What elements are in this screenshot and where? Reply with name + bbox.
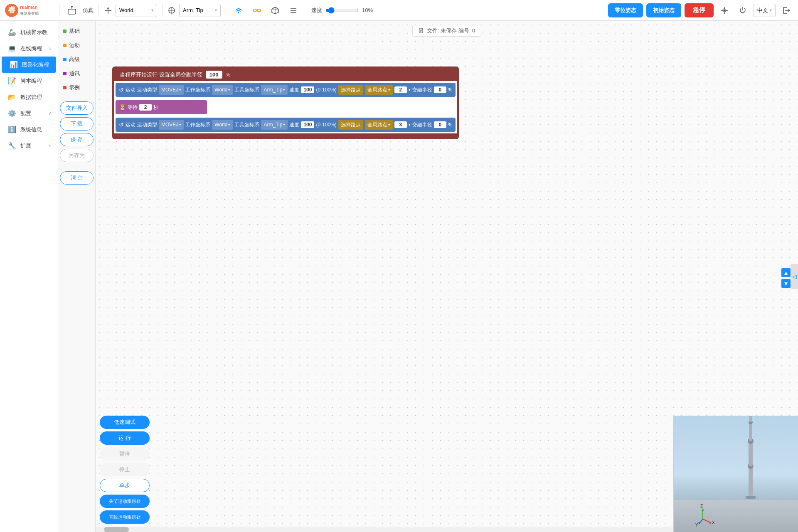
block-row-move1: ↺ 运动 运动类型 MOVEJ ▾ 工作坐标系 World ▾ 工具坐标系 <box>116 83 456 97</box>
zero-pose-btn[interactable]: 零位姿态 <box>608 3 643 17</box>
svg-point-6 <box>71 6 73 7</box>
scroll-down-btn[interactable]: ▼ <box>781 279 791 288</box>
save-as-btn[interactable]: 另存为 <box>60 149 94 162</box>
power-icon[interactable] <box>735 3 750 18</box>
online-prog-arrow: ∧ <box>48 46 51 51</box>
scroll-up-btn[interactable]: ▲ <box>781 268 791 277</box>
move2-blend-val[interactable]: 0 <box>434 121 446 128</box>
h-scrollbar[interactable] <box>96 527 673 532</box>
move2-pts-num[interactable]: 3 <box>394 121 407 128</box>
move2-type-val: MOVEJ <box>161 122 178 128</box>
move1-speed-range: (0-100%) <box>316 87 336 93</box>
move1-type-dropdown[interactable]: MOVEJ ▾ <box>159 85 184 95</box>
sidebar-item-config[interactable]: ⚙️ 配置 ∨ <box>0 105 58 121</box>
move2-tool-val: Arm_Tip <box>264 122 282 128</box>
sep2 <box>99 4 99 17</box>
sim-view-btn[interactable] <box>64 3 79 18</box>
save-btn[interactable]: 保 存 <box>60 133 94 146</box>
move2-pts-type-dropdown[interactable]: 全局路点 ▾ <box>365 120 393 130</box>
move1-speed-label: 速度 <box>289 86 299 94</box>
move1-pts-dropdown[interactable]: 选择路点 <box>338 85 363 95</box>
cat-example-dot <box>63 86 66 89</box>
graphical-prog-icon: 📊 <box>10 61 18 69</box>
cat-comm[interactable]: 通讯 <box>58 66 95 81</box>
move1-blend-label: 交融半径 <box>412 86 432 94</box>
tool-dropdown[interactable]: Arm_Tip ▾ <box>179 4 221 17</box>
speed-slider[interactable] <box>325 7 359 14</box>
move1-tool-dropdown[interactable]: Arm_Tip ▾ <box>261 85 288 95</box>
sidebar-item-online-prog[interactable]: 💻 在线编程 ∧ <box>0 40 58 57</box>
move2-coord-arr: ▾ <box>228 123 230 127</box>
move2-speed-label: 速度 <box>289 121 299 128</box>
topbar-right: 零位姿态 初始姿态 急停 中文 ▾ <box>608 3 794 18</box>
h-scroll-thumb[interactable] <box>104 527 129 532</box>
svg-text:睿尔曼智能: 睿尔曼智能 <box>20 11 39 15</box>
sidebar-item-data-mgmt[interactable]: 📂 数据管理 <box>0 89 58 105</box>
cat-motion[interactable]: 运动 <box>58 38 95 52</box>
file-import-btn[interactable]: 文件导入 <box>60 101 94 115</box>
svg-rect-37 <box>746 496 756 499</box>
lang-dropdown[interactable]: 中文 ▾ <box>754 4 776 17</box>
cat-example[interactable]: 示例 <box>58 81 95 95</box>
logout-icon[interactable] <box>779 3 794 18</box>
block-row-move2: ↺ 运动 运动类型 MOVEJ ▾ 工作坐标系 World ▾ 工具坐标系 <box>116 118 456 132</box>
clear-btn[interactable]: 清 空 <box>60 171 94 185</box>
step-btn[interactable]: 单步 <box>100 479 150 492</box>
tool-icon <box>167 6 176 15</box>
svg-text:Z: Z <box>700 504 703 508</box>
wait-value[interactable]: 2 <box>139 104 152 111</box>
cat-advanced-label: 高级 <box>69 56 80 63</box>
coord-icon <box>104 6 112 15</box>
sidebar-label-sysinfo: 系统信息 <box>20 126 42 133</box>
svg-text:Y: Y <box>695 523 698 527</box>
move2-coord-label: 工作坐标系 <box>185 121 210 128</box>
svg-marker-10 <box>110 10 111 11</box>
sidebar-item-robot-teach[interactable]: 🦾 机械臂示教 <box>0 24 58 40</box>
right-collapse-btn[interactable]: ◁ <box>791 264 798 289</box>
move1-speed-val[interactable]: 100 <box>301 86 314 93</box>
cube-icon[interactable] <box>268 3 283 18</box>
cat-advanced-dot <box>63 58 66 61</box>
cat-comm-dot <box>63 72 66 75</box>
sidebar-item-graphical-prog[interactable]: 📊 图形化编程 <box>2 57 56 73</box>
move2-pts-dropdown[interactable]: 选择路点 <box>338 120 363 130</box>
coord-dropdown[interactable]: World ▾ <box>116 4 157 17</box>
chain-icon[interactable] <box>249 3 264 18</box>
sidebar-label-script: 脚本编程 <box>20 77 42 85</box>
move2-coord-dropdown[interactable]: World ▾ <box>212 120 233 130</box>
io-icon[interactable] <box>286 3 301 18</box>
move2-tool-label: 工具坐标系 <box>234 121 259 128</box>
sidebar-label-online: 在线编程 <box>20 45 42 52</box>
sidebar-item-extend[interactable]: 🔧 扩展 ∨ <box>0 138 58 154</box>
cat-basic[interactable]: 基础 <box>58 24 95 38</box>
estop-btn[interactable]: 急停 <box>685 3 714 17</box>
move1-pts-type-dropdown[interactable]: 全局路点 ▾ <box>365 85 393 95</box>
stop-btn[interactable]: 停止 <box>100 463 150 476</box>
move2-speed-val[interactable]: 100 <box>301 121 314 128</box>
block-header-label1: 当程序开始运行 设置全局交融半径 <box>120 71 202 79</box>
joint-motion-btn[interactable]: 关节运动跟踪处 <box>100 495 150 508</box>
cat-example-label: 示例 <box>69 84 80 91</box>
move2-label: 运动 <box>126 121 135 128</box>
sidebar-item-sysinfo[interactable]: ℹ️ 系统信息 <box>0 121 58 138</box>
move2-type-dropdown[interactable]: MOVEJ ▾ <box>159 120 184 130</box>
move1-pts-num[interactable]: 2 <box>394 86 407 93</box>
sysinfo-icon: ℹ️ <box>8 126 16 133</box>
download-btn[interactable]: 下 载 <box>60 117 94 131</box>
crosshair-icon[interactable] <box>717 3 732 18</box>
init-pose-btn[interactable]: 初始姿态 <box>646 3 681 17</box>
cat-advanced[interactable]: 高级 <box>58 52 95 66</box>
wait-label: 等待 <box>128 104 138 111</box>
config-arrow: ∨ <box>48 111 51 116</box>
move2-tool-dropdown[interactable]: Arm_Tip ▾ <box>261 120 288 130</box>
svg-rect-38 <box>749 466 753 496</box>
move1-blend-val[interactable]: 0 <box>434 86 446 93</box>
run-btn[interactable]: 运 行 <box>100 431 150 445</box>
low-speed-btn[interactable]: 低速调试 <box>100 416 150 429</box>
pause-btn[interactable]: 暂停 <box>100 447 150 461</box>
block-header-value[interactable]: 100 <box>206 71 222 79</box>
connect-icon[interactable] <box>231 3 246 18</box>
line-motion-btn[interactable]: 直线运动跟踪处 <box>100 510 150 524</box>
sidebar-item-script-prog[interactable]: 📝 脚本编程 <box>0 73 58 89</box>
move1-coord-dropdown[interactable]: World ▾ <box>212 85 233 95</box>
